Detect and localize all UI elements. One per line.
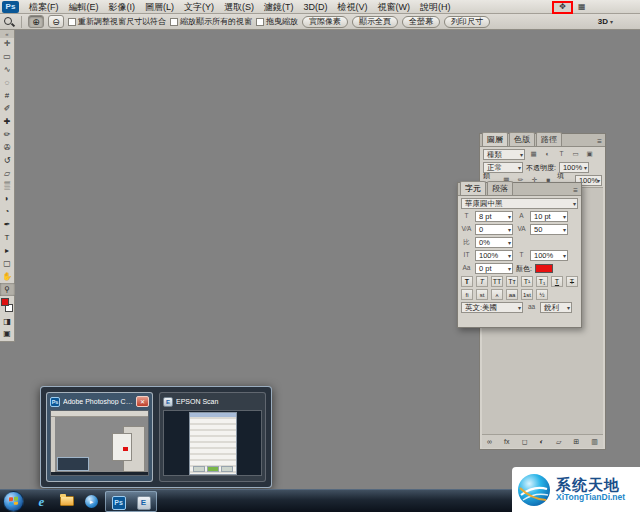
gradient-tool[interactable]: ▒ (0, 180, 15, 193)
eraser-tool[interactable]: ▱ (0, 167, 15, 180)
start-button[interactable] (3, 491, 24, 512)
underline-button[interactable]: T (551, 276, 563, 287)
move-tool[interactable]: ✛ (0, 38, 15, 51)
crop-tool[interactable]: # (0, 90, 15, 103)
type-tool[interactable]: T (0, 232, 15, 245)
filter-type-icon[interactable]: T (556, 151, 567, 158)
blend-mode-select[interactable]: 正常 (483, 162, 523, 173)
faux-italic-button[interactable]: T (476, 276, 488, 287)
epson-scan-window-thumbnail[interactable] (163, 410, 262, 476)
highlighted-app-icon[interactable]: ✥ (559, 3, 566, 11)
menu-help[interactable]: 說明(H) (415, 0, 456, 14)
zoom-out-mode-button[interactable]: ⊖ (48, 15, 64, 28)
all-caps-button[interactable]: TT (491, 276, 503, 287)
baseline-shift-field[interactable]: 0 pt (475, 263, 513, 274)
filter-adjustment-icon[interactable]: ◐ (542, 151, 553, 158)
foreground-color-swatch[interactable] (1, 298, 9, 306)
marquee-tool[interactable]: ▭ (0, 51, 15, 64)
menu-layer[interactable]: 圖層(L) (140, 0, 179, 14)
taskbar-epson-scan[interactable]: E (131, 492, 156, 512)
taskbar-internet-explorer[interactable]: e (29, 490, 54, 512)
filter-pixel-icon[interactable]: ▦ (528, 151, 539, 158)
taskbar-media-player[interactable]: ▸ (79, 490, 104, 512)
dodge-tool[interactable]: ◔ (0, 206, 15, 219)
stylistic-alternates-button[interactable]: ᴀ (491, 289, 503, 300)
opacity-select[interactable]: 100% (559, 162, 589, 173)
kerning-select[interactable]: 0 (475, 224, 513, 235)
superscript-button[interactable]: T¹ (521, 276, 533, 287)
history-brush-tool[interactable]: ↺ (0, 154, 15, 167)
leading-select[interactable]: 10 pt (530, 211, 568, 222)
healing-brush-tool[interactable]: ✚ (0, 115, 15, 128)
language-select[interactable]: 英文:美國 (461, 302, 523, 313)
layer-group-icon[interactable]: ▱ (556, 438, 561, 446)
fit-screen-button[interactable]: 顯示全頁 (352, 16, 398, 28)
fill-screen-button[interactable]: 全螢幕 (402, 16, 440, 28)
lasso-tool[interactable]: ∿ (0, 64, 15, 77)
zoom-in-mode-button[interactable]: ⊕ (28, 15, 44, 28)
print-size-button[interactable]: 列印尺寸 (444, 16, 490, 28)
font-size-select[interactable]: 8 pt (475, 211, 513, 222)
delete-layer-icon[interactable]: ▥ (591, 438, 598, 446)
small-caps-button[interactable]: Tᴛ (506, 276, 518, 287)
faux-bold-button[interactable]: T (461, 276, 473, 287)
tab-paths[interactable]: 路徑 (536, 132, 562, 146)
preview-card-photoshop[interactable]: Ps Adobe Photoshop CS6 Exten... ✕ (46, 392, 153, 482)
actual-pixels-button[interactable]: 實際像素 (302, 16, 348, 28)
clone-stamp-tool[interactable]: ✇ (0, 141, 15, 154)
tab-channels[interactable]: 色版 (509, 132, 535, 146)
horizontal-scale-field[interactable]: 100% (530, 250, 568, 261)
fractions-button[interactable]: ½ (536, 289, 548, 300)
zoom-tool-icon[interactable] (3, 16, 15, 28)
text-color-swatch[interactable] (535, 264, 553, 273)
menu-file[interactable]: 檔案(F) (24, 0, 64, 14)
brush-tool[interactable]: ✏ (0, 128, 15, 141)
tab-character[interactable]: 字元 (460, 181, 486, 195)
ordinals-button[interactable]: 1st (521, 289, 533, 300)
scrubby-zoom-checkbox[interactable]: 拖曳縮放 (256, 16, 298, 27)
anti-alias-select[interactable]: 銳利 (540, 302, 572, 313)
filter-smart-object-icon[interactable]: ▣ (584, 151, 595, 158)
toolbar-collapse-icon[interactable]: « (0, 30, 14, 38)
checkbox-box[interactable] (68, 18, 76, 26)
contextual-alternates-button[interactable]: st (476, 289, 488, 300)
shape-tool[interactable]: ▢ (0, 257, 15, 270)
screen-mode-button[interactable]: ▣ (0, 328, 15, 341)
zoom-all-windows-checkbox[interactable]: 縮放顯示所有的視窗 (170, 16, 252, 27)
new-layer-icon[interactable]: ⊞ (573, 438, 579, 446)
checkbox-box[interactable] (256, 18, 264, 26)
strikethrough-button[interactable]: T (566, 276, 578, 287)
blur-tool[interactable]: ◗ (0, 193, 15, 206)
menu-filter[interactable]: 濾鏡(T) (259, 0, 299, 14)
resize-windows-checkbox[interactable]: 重新調整視窗尺寸以符合 (68, 16, 166, 27)
menu-edit[interactable]: 編輯(E) (64, 0, 104, 14)
zoom-tool[interactable]: ⚲ (0, 283, 15, 296)
workspace-grid-icon[interactable]: ▦ (578, 3, 586, 11)
checkbox-box[interactable] (170, 18, 178, 26)
photoshop-window-thumbnail[interactable] (50, 410, 149, 476)
workspace-switcher[interactable]: 3D (598, 17, 613, 26)
filter-shape-icon[interactable]: ▭ (570, 151, 581, 158)
preview-card-epson[interactable]: E EPSON Scan (159, 392, 266, 482)
tab-paragraph[interactable]: 段落 (487, 181, 513, 195)
font-family-select[interactable]: 華康圓中黑 (461, 198, 578, 209)
menu-view[interactable]: 檢視(V) (333, 0, 373, 14)
menu-type[interactable]: 文字(Y) (179, 0, 219, 14)
menu-3d[interactable]: 3D(D) (299, 0, 333, 14)
panel-menu-icon[interactable]: ≡ (573, 186, 578, 195)
tab-layers[interactable]: 圖層 (482, 132, 508, 146)
layer-style-icon[interactable]: fx (504, 438, 509, 445)
menu-window[interactable]: 視窗(W) (373, 0, 416, 14)
eyedropper-tool[interactable]: ✐ (0, 103, 15, 116)
path-selection-tool[interactable]: ▸ (0, 245, 15, 258)
menu-image[interactable]: 影像(I) (104, 0, 141, 14)
close-window-button[interactable]: ✕ (136, 396, 149, 407)
filter-kind-select[interactable]: 種類 (483, 149, 525, 160)
quick-selection-tool[interactable]: ◌ (0, 77, 15, 90)
titling-alternates-button[interactable]: aa (506, 289, 518, 300)
pen-tool[interactable]: ✒ (0, 219, 15, 232)
taskbar-photoshop[interactable]: Ps (106, 492, 131, 512)
ligatures-button[interactable]: fi (461, 289, 473, 300)
vertical-scale-field[interactable]: 100% (475, 250, 513, 261)
add-mask-icon[interactable]: ◻ (522, 438, 528, 446)
